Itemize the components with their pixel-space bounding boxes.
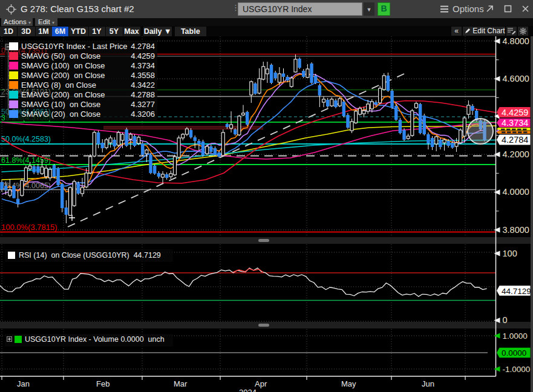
svg-text:50.0%(4.2583): 50.0%(4.2583)	[1, 135, 51, 143]
svg-text:100: 100	[503, 249, 517, 258]
svg-text:4.8000: 4.8000	[503, 36, 529, 46]
svg-text:-1.0000: -1.0000	[503, 365, 531, 374]
svg-text:4.6000: 4.6000	[503, 74, 529, 83]
svg-text:4.0000: 4.0000	[503, 187, 529, 197]
svg-text:4.4259: 4.4259	[502, 108, 528, 117]
svg-text:0: 0	[503, 315, 508, 325]
svg-text:4.2000: 4.2000	[503, 149, 529, 159]
svg-text:4.3734: 4.3734	[502, 118, 528, 128]
svg-text:44.7129: 44.7129	[502, 287, 531, 296]
svg-text:1.0000: 1.0000	[503, 332, 528, 341]
svg-text:3.8000: 3.8000	[503, 225, 529, 235]
svg-text:4.2784: 4.2784	[502, 135, 528, 145]
svg-text:0.0000: 0.0000	[502, 348, 526, 358]
svg-text:100.0%(3.7815): 100.0%(3.7815)	[1, 223, 57, 232]
